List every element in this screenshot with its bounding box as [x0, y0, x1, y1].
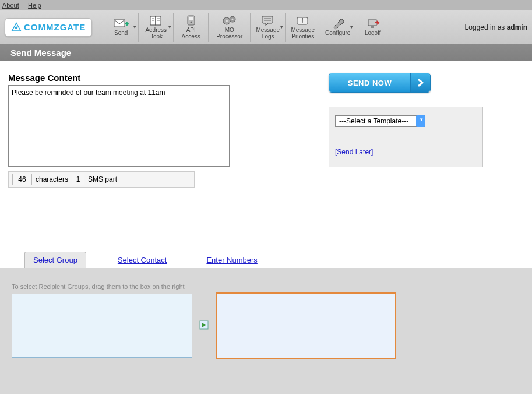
- message-textarea[interactable]: [8, 85, 230, 167]
- chat-log-icon: [260, 15, 276, 27]
- message-logs-button[interactable]: MessageLogs ▼: [251, 13, 286, 42]
- svg-rect-16: [262, 16, 273, 23]
- svg-point-13: [226, 20, 228, 22]
- message-content-heading: Message Content: [8, 73, 311, 83]
- logged-in-user: Logged in as admin: [465, 23, 527, 31]
- svg-point-11: [190, 22, 192, 23]
- api-icon: [183, 15, 199, 27]
- page-title: Send Message: [0, 44, 532, 61]
- toolbar-api-label: APIAccess: [182, 27, 200, 40]
- priority-icon: !: [295, 15, 311, 27]
- sms-parts-value: 1: [72, 174, 84, 185]
- recipient-tabs: Select Group Select Contact Enter Number…: [0, 252, 532, 268]
- header-bar: COMMZGATE Send ▼ AddressBook ▼ APIAccess: [0, 10, 532, 44]
- api-access-button[interactable]: APIAccess: [174, 13, 209, 42]
- selected-groups-list[interactable]: [216, 292, 396, 359]
- addressbook-menu-button[interactable]: AddressBook ▼: [139, 13, 174, 42]
- toolbar-msglogs-label: MessageLogs: [256, 27, 280, 40]
- top-menu-bar: About Help: [0, 0, 532, 10]
- arrow-right-icon: [410, 73, 430, 92]
- toolbar-send-label: Send: [114, 30, 128, 37]
- template-panel: ---Select a Template--- [Send Later]: [329, 107, 483, 167]
- tab-enter-numbers[interactable]: Enter Numbers: [198, 252, 265, 268]
- send-now-label: SEND NOW: [329, 73, 410, 92]
- gears-icon: [221, 15, 238, 27]
- tab-select-contact[interactable]: Select Contact: [110, 252, 175, 268]
- dropdown-caret-icon: ▼: [349, 24, 354, 30]
- brand-logo[interactable]: COMMZGATE: [5, 18, 92, 37]
- send-now-button[interactable]: SEND NOW: [329, 73, 431, 93]
- brand-icon: [11, 22, 22, 33]
- logoff-button[interactable]: Logoff: [355, 13, 390, 42]
- dropdown-caret-icon: ▼: [167, 24, 172, 30]
- logoff-icon: [365, 17, 381, 30]
- svg-text:!: !: [301, 17, 304, 25]
- toolbar-addressbook-label: AddressBook: [145, 27, 167, 40]
- toolbar-logoff-label: Logoff: [365, 30, 381, 37]
- toolbar-msgprio-label: MessagePriorities: [291, 27, 315, 40]
- template-select[interactable]: ---Select a Template---: [335, 115, 425, 127]
- brand-text: COMMZGATE: [24, 22, 86, 32]
- character-counter: 46 characters 1 SMS part: [8, 171, 195, 188]
- toolbar-mo-label: MOProcessor: [216, 27, 242, 40]
- char-count-value: 46: [12, 174, 32, 185]
- addressbook-icon: [148, 15, 164, 27]
- wrench-icon: [330, 17, 346, 30]
- svg-point-1: [15, 26, 18, 29]
- char-count-label: characters: [36, 175, 68, 183]
- move-right-icon[interactable]: [199, 320, 209, 331]
- drag-hint-text: To select Recipient Groups, drag them to…: [12, 283, 520, 290]
- help-link[interactable]: Help: [28, 2, 41, 9]
- main-toolbar: Send ▼ AddressBook ▼ APIAccess MOProcess…: [104, 13, 390, 42]
- send-later-link[interactable]: [Send Later]: [335, 148, 373, 156]
- svg-rect-10: [189, 17, 193, 20]
- svg-rect-9: [188, 16, 195, 25]
- about-link[interactable]: About: [2, 2, 19, 9]
- send-menu-button[interactable]: Send ▼: [104, 13, 139, 42]
- sms-parts-label: SMS part: [88, 175, 117, 183]
- send-icon: [113, 17, 129, 30]
- message-priorities-button[interactable]: ! MessagePriorities: [286, 13, 320, 42]
- available-groups-list[interactable]: [12, 294, 192, 358]
- dropdown-caret-icon: ▼: [279, 24, 284, 30]
- svg-point-15: [231, 18, 233, 20]
- svg-rect-22: [371, 26, 374, 28]
- svg-rect-21: [368, 20, 376, 26]
- recipient-tab-body: To select Recipient Groups, drag them to…: [0, 268, 532, 394]
- dropdown-caret-icon: ▼: [132, 24, 137, 30]
- mo-processor-button[interactable]: MOProcessor: [209, 13, 251, 42]
- tab-select-group[interactable]: Select Group: [24, 252, 86, 268]
- toolbar-configure-label: Configure: [325, 30, 350, 37]
- configure-button[interactable]: Configure ▼: [320, 13, 355, 42]
